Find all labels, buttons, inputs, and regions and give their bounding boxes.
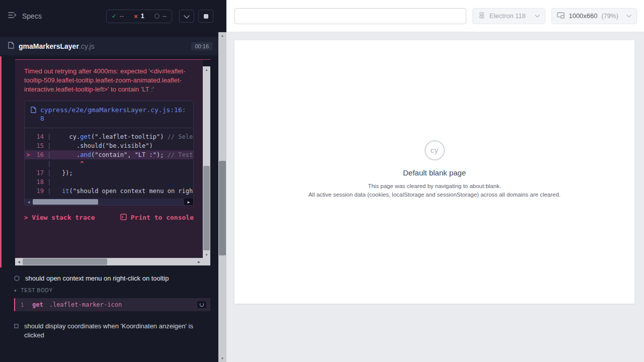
command-message: .leaflet-marker-icon bbox=[49, 301, 122, 308]
test-body-label: TEST BODY bbox=[21, 288, 53, 293]
print-icon bbox=[120, 214, 127, 222]
aut-header: Electron 118 1000x660 (79%) bbox=[226, 0, 644, 32]
cypress-logo: cy bbox=[425, 140, 445, 160]
collapse-all-button[interactable] bbox=[179, 10, 194, 23]
code-line: 14 | cy.get(".leaflet-tooltip") // Sele bbox=[25, 132, 193, 141]
running-spinner-icon bbox=[14, 276, 20, 281]
view-stack-trace-link[interactable]: > View stack trace bbox=[24, 214, 95, 221]
scroll-right-button[interactable]: ▶ bbox=[195, 258, 203, 265]
command-number: 1 bbox=[15, 302, 29, 308]
viewport-size: 1000x660 bbox=[569, 12, 597, 20]
print-to-console-label: Print to console bbox=[131, 214, 194, 221]
pending-test-title: should display coordinates when 'Koordin… bbox=[24, 322, 203, 340]
url-input[interactable] bbox=[234, 8, 466, 24]
spinner-icon bbox=[200, 303, 204, 307]
spec-duration: 00:16 bbox=[191, 42, 212, 50]
stat-failed: × 1 bbox=[129, 10, 149, 23]
chevron-down-icon bbox=[184, 13, 190, 20]
pending-circle-icon bbox=[154, 14, 159, 19]
scroll-right-button[interactable]: ▶ bbox=[184, 199, 193, 205]
browser-label: Electron 118 bbox=[490, 12, 526, 20]
passed-count: -- bbox=[120, 13, 124, 20]
code-line: 15 | .should("be.visible") bbox=[25, 141, 193, 150]
error-message: Timed out retrying after 4000ms: expecte… bbox=[24, 67, 194, 95]
test-body-section[interactable]: ▾ TEST BODY bbox=[14, 288, 53, 293]
reporter-panel: Specs ✓ -- × 1 -- bbox=[0, 0, 226, 362]
spec-ext-text: .cy.js bbox=[79, 42, 95, 50]
scroll-up-button[interactable]: ▲ bbox=[218, 32, 226, 39]
test-running-row[interactable]: should open context menu on right-click … bbox=[0, 273, 218, 284]
codeframe: cypress/e2e/gmaMarkersLayer.cy.js:16:8 1… bbox=[24, 101, 194, 206]
chevron-down-icon bbox=[626, 15, 631, 18]
blank-page-line2: All active session data (cookies, localS… bbox=[308, 191, 560, 199]
chevron-down-icon bbox=[535, 15, 540, 18]
test-pending-row[interactable]: should display coordinates when 'Koordin… bbox=[0, 320, 211, 342]
aut-content: cy Default blank page This page was clea… bbox=[226, 32, 644, 362]
error-footer: > View stack trace Print to console bbox=[15, 206, 203, 230]
code-line: 19 | it("should open context menu on rig… bbox=[25, 187, 193, 196]
code-line: >16 | .and("contain", "LT :"); // Test bbox=[25, 150, 193, 159]
reporter-header: Specs ✓ -- × 1 -- bbox=[0, 0, 218, 32]
scroll-left-button[interactable]: ◀ bbox=[15, 258, 23, 265]
code-line: | ^ bbox=[25, 159, 193, 168]
stop-icon bbox=[204, 14, 208, 19]
failed-attempt-border bbox=[0, 56, 2, 267]
codeframe-horizontal-scrollbar: ◀ ▶ bbox=[25, 199, 193, 205]
code-line: 18 | bbox=[25, 177, 193, 187]
error-vertical-scrollbar: ▲ ▼ bbox=[203, 66, 210, 258]
stat-pending: -- bbox=[149, 10, 172, 22]
spec-name[interactable]: gmaMarkersLayer.cy.js bbox=[19, 42, 95, 50]
blank-page-title: Default blank page bbox=[308, 168, 560, 177]
scroll-thumb[interactable] bbox=[203, 166, 210, 250]
reporter-scrollbar: ▲ ▼ bbox=[218, 32, 226, 362]
electron-icon bbox=[478, 12, 486, 21]
cypress-runner: Specs ✓ -- × 1 -- bbox=[0, 0, 644, 362]
viewport-scale: (79%) bbox=[602, 13, 618, 20]
error-horizontal-scrollbar: ◀ ▶ bbox=[15, 258, 203, 265]
scroll-track bbox=[33, 199, 184, 205]
viewport-select[interactable]: 1000x660 (79%) bbox=[551, 8, 637, 24]
scroll-thumb[interactable] bbox=[23, 258, 107, 265]
aut-panel: Electron 118 1000x660 (79%) bbox=[226, 0, 644, 362]
print-to-console-link[interactable]: Print to console bbox=[120, 214, 194, 222]
codeframe-header: cypress/e2e/gmaMarkersLayer.cy.js:16:8 bbox=[25, 101, 193, 128]
specs-label[interactable]: Specs bbox=[22, 12, 42, 20]
chevron-right-icon: > bbox=[24, 214, 28, 221]
failed-x-icon: × bbox=[134, 13, 138, 20]
failed-count: 1 bbox=[141, 13, 144, 20]
stop-button[interactable] bbox=[198, 10, 213, 23]
specs-menu[interactable]: Specs bbox=[8, 12, 42, 21]
spec-name-text: gmaMarkersLayer bbox=[19, 42, 79, 50]
specs-list-icon[interactable] bbox=[8, 12, 17, 21]
codeframe-file-icon bbox=[31, 107, 36, 116]
pending-count: -- bbox=[163, 13, 167, 20]
scroll-up-button[interactable]: ▲ bbox=[203, 66, 210, 73]
browser-select[interactable]: Electron 118 bbox=[472, 8, 546, 24]
code-line: 17 | }); bbox=[25, 168, 193, 177]
pending-square-icon bbox=[14, 324, 19, 328]
passed-check-icon: ✓ bbox=[112, 13, 117, 20]
scroll-left-button[interactable]: ◀ bbox=[25, 199, 33, 205]
spec-file-icon bbox=[8, 42, 14, 51]
command-log-row[interactable]: 1 get .leaflet-marker-icon bbox=[14, 298, 210, 311]
scroll-down-button[interactable]: ▼ bbox=[203, 251, 210, 258]
blank-page-line1: This page was cleared by navigating to a… bbox=[308, 182, 560, 191]
error-region: Timed out retrying after 4000ms: expecte… bbox=[15, 59, 210, 265]
reporter-controls bbox=[179, 10, 213, 23]
viewport-icon bbox=[557, 12, 565, 20]
spec-bar: gmaMarkersLayer.cy.js 00:16 bbox=[0, 37, 218, 55]
view-stack-trace-label: View stack trace bbox=[32, 214, 95, 221]
scroll-track bbox=[23, 258, 195, 265]
blank-page: cy Default blank page This page was clea… bbox=[308, 140, 560, 199]
codeframe-lines: 14 | cy.get(".leaflet-tooltip") // Sele … bbox=[25, 128, 193, 197]
scroll-thumb[interactable] bbox=[219, 161, 226, 255]
scroll-down-button[interactable]: ▼ bbox=[218, 355, 226, 362]
running-test-title: should open context menu on right-click … bbox=[25, 275, 169, 282]
scroll-thumb[interactable] bbox=[33, 199, 98, 205]
cypress-logo-text: cy bbox=[431, 146, 439, 154]
codeframe-file-link[interactable]: cypress/e2e/gmaMarkersLayer.cy.js:16:8 bbox=[40, 106, 187, 123]
command-method: get bbox=[32, 301, 43, 308]
command-spinner-badge bbox=[197, 301, 206, 308]
chevron-down-icon: ▾ bbox=[14, 288, 17, 293]
scrollbar-corner bbox=[203, 258, 210, 265]
